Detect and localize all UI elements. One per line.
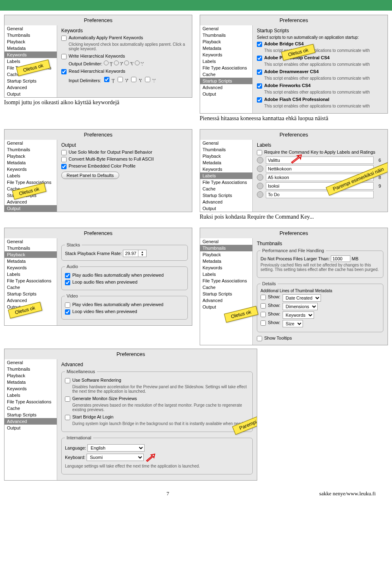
sidebar-item[interactable]: Labels bbox=[4, 392, 57, 398]
sidebar-item[interactable]: Cache bbox=[200, 186, 252, 192]
sidebar-item[interactable]: Thumbnails bbox=[4, 366, 57, 372]
delim-radio[interactable] bbox=[104, 60, 109, 65]
sidebar-item[interactable]: Keywords bbox=[4, 385, 57, 392]
sidebar-item-selected[interactable]: Playback bbox=[4, 251, 57, 258]
sidebar-item[interactable]: General bbox=[4, 238, 57, 245]
sidebar-item[interactable]: Keywords bbox=[4, 166, 57, 172]
label-input[interactable]: To Do bbox=[266, 191, 374, 198]
delim-checkbox[interactable] bbox=[131, 77, 136, 82]
sidebar-item[interactable]: General bbox=[4, 140, 57, 146]
solo-checkbox[interactable] bbox=[61, 150, 67, 155]
soft-render-checkbox[interactable] bbox=[65, 378, 70, 383]
sidebar-item[interactable]: Metadata bbox=[200, 258, 252, 264]
sidebar-item[interactable]: Metadata bbox=[4, 379, 57, 385]
sidebar-item[interactable]: Thumbnails bbox=[200, 146, 252, 153]
loop-video-checkbox[interactable] bbox=[65, 309, 70, 315]
sidebar-item[interactable]: Playback bbox=[200, 38, 252, 45]
delim-checkbox[interactable] bbox=[118, 77, 123, 82]
sidebar-item[interactable]: Playback bbox=[4, 153, 57, 159]
sidebar-item[interactable]: Startup Scripts bbox=[4, 291, 57, 297]
script-checkbox[interactable] bbox=[257, 69, 262, 75]
filesize-input[interactable] bbox=[331, 255, 350, 262]
sidebar-item[interactable]: Advanced bbox=[200, 297, 252, 304]
sidebar-item[interactable]: Cache bbox=[4, 284, 57, 291]
sidebar-item[interactable]: Labels bbox=[200, 271, 252, 277]
sidebar-item[interactable]: Thumbnails bbox=[4, 245, 57, 251]
sidebar-item[interactable]: Output bbox=[4, 425, 57, 431]
sidebar-item[interactable]: Thumbnails bbox=[4, 32, 57, 38]
sidebar-item[interactable]: Advanced bbox=[200, 84, 252, 91]
sidebar-item[interactable]: Keywords bbox=[200, 51, 252, 58]
sidebar-item[interactable]: Advanced bbox=[4, 199, 57, 205]
play-video-checkbox[interactable] bbox=[65, 302, 70, 308]
write-hier-checkbox[interactable] bbox=[61, 54, 67, 59]
sidebar-item[interactable]: General bbox=[200, 238, 252, 245]
reset-button[interactable]: Reset Panel to Defaults bbox=[61, 172, 119, 179]
sidebar-item[interactable]: Startup Scripts bbox=[4, 78, 57, 84]
meta-select[interactable]: Keywords bbox=[283, 311, 314, 319]
script-checkbox[interactable] bbox=[257, 42, 262, 47]
sidebar-item[interactable]: File Type Associations bbox=[200, 179, 252, 186]
sidebar-item[interactable]: Metadata bbox=[200, 45, 252, 51]
sidebar-item[interactable]: Advanced bbox=[200, 199, 252, 205]
sidebar-item[interactable]: Startup Scripts bbox=[200, 291, 252, 297]
sidebar-item[interactable]: Labels bbox=[4, 271, 57, 277]
sidebar-item-selected[interactable]: Output bbox=[4, 205, 57, 212]
convert-checkbox[interactable] bbox=[61, 157, 67, 162]
sidebar-item[interactable]: File Type Associations bbox=[200, 277, 252, 284]
show-checkbox[interactable] bbox=[261, 303, 266, 309]
sidebar-item-selected[interactable]: Keywords bbox=[4, 51, 57, 58]
script-checkbox[interactable] bbox=[257, 97, 262, 103]
loop-audio-checkbox[interactable] bbox=[65, 280, 70, 285]
sidebar-item[interactable]: Metadata bbox=[4, 45, 57, 51]
sidebar-item[interactable]: Advanced bbox=[4, 297, 57, 304]
delim-radio[interactable] bbox=[124, 60, 129, 65]
meta-select[interactable]: Dimensions bbox=[283, 303, 318, 310]
sidebar-item[interactable]: Labels bbox=[4, 172, 57, 179]
meta-select[interactable]: Size bbox=[283, 320, 303, 327]
play-audio-checkbox[interactable] bbox=[65, 273, 70, 278]
sidebar-item-selected[interactable]: Startup Scripts bbox=[200, 78, 252, 84]
sidebar-item[interactable]: Output bbox=[200, 91, 252, 97]
sidebar-item[interactable]: Labels bbox=[200, 58, 252, 65]
show-checkbox[interactable] bbox=[261, 320, 266, 326]
sidebar-item[interactable]: Cache bbox=[200, 284, 252, 291]
meta-select[interactable]: Date Created bbox=[283, 294, 321, 302]
delim-radio[interactable] bbox=[135, 60, 140, 65]
sidebar-item-selected[interactable]: Labels bbox=[200, 172, 252, 179]
show-checkbox[interactable] bbox=[261, 295, 266, 300]
sidebar-item-selected[interactable]: Advanced bbox=[4, 418, 57, 425]
sidebar-item[interactable]: Metadata bbox=[4, 258, 57, 264]
sidebar-item[interactable]: File Type Associations bbox=[4, 277, 57, 284]
sidebar-item[interactable]: Output bbox=[4, 91, 57, 97]
sidebar-item[interactable]: Playback bbox=[200, 153, 252, 159]
read-hier-checkbox[interactable] bbox=[61, 69, 67, 74]
sidebar-item[interactable]: Cache bbox=[4, 405, 57, 412]
sidebar-item[interactable]: Advanced bbox=[4, 84, 57, 91]
sidebar-item[interactable]: Keywords bbox=[200, 264, 252, 271]
sidebar-item[interactable]: Cache bbox=[200, 71, 252, 78]
sidebar-item[interactable]: Thumbnails bbox=[4, 146, 57, 153]
auto-apply-checkbox[interactable] bbox=[61, 36, 67, 41]
sidebar-item[interactable]: Keywords bbox=[200, 166, 252, 172]
script-checkbox[interactable] bbox=[257, 83, 262, 89]
sidebar-item[interactable]: File Type Associations bbox=[4, 398, 57, 405]
sidebar-item[interactable]: Keywords bbox=[4, 264, 57, 271]
sidebar-item[interactable]: General bbox=[4, 359, 57, 366]
keyboard-select[interactable]: Suomi bbox=[87, 454, 144, 461]
sidebar-item[interactable]: Playback bbox=[4, 372, 57, 379]
sidebar-item[interactable]: File Type Associations bbox=[200, 65, 252, 71]
sidebar-item[interactable]: Startup Scripts bbox=[200, 192, 252, 199]
label-input[interactable]: Valittu bbox=[266, 157, 374, 164]
sidebar-item[interactable]: General bbox=[200, 25, 252, 32]
sidebar-item[interactable]: Startup Scripts bbox=[4, 412, 57, 418]
tooltips-checkbox[interactable] bbox=[257, 336, 262, 341]
sidebar-item[interactable]: Playback bbox=[200, 251, 252, 258]
start-bridge-checkbox[interactable] bbox=[65, 415, 70, 420]
sidebar-item[interactable]: Playback bbox=[4, 38, 57, 45]
require-cmdkey-checkbox[interactable] bbox=[257, 150, 262, 155]
sidebar-item[interactable]: General bbox=[200, 140, 252, 146]
delim-checkbox[interactable] bbox=[104, 77, 109, 82]
sidebar-item[interactable]: Metadata bbox=[200, 159, 252, 166]
frame-rate-stepper[interactable]: 29.97▲▼ bbox=[123, 250, 146, 257]
